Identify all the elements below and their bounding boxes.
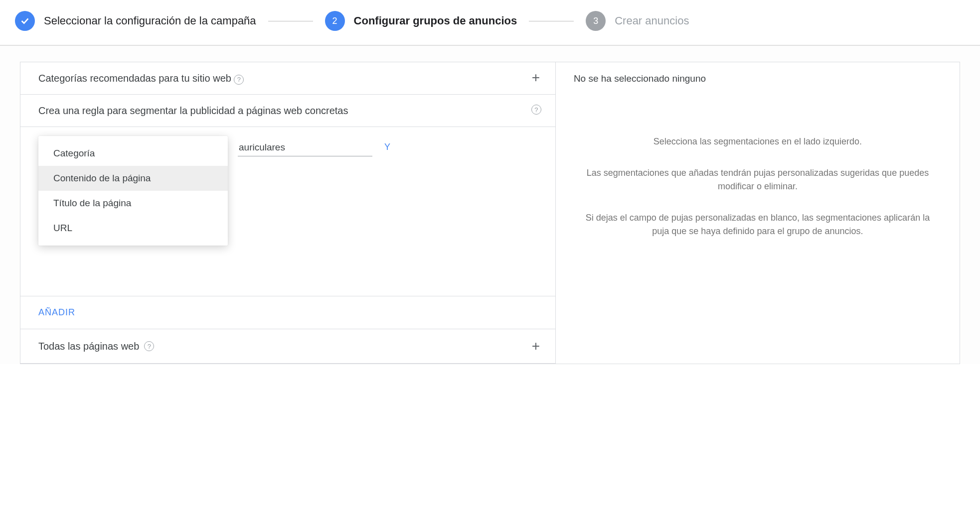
help-icon[interactable]: ? xyxy=(531,105,541,115)
step-separator xyxy=(268,21,313,21)
step-1-label: Seleccionar la configuración de la campa… xyxy=(44,14,256,27)
main-area: Categorías recomendadas para tu sitio we… xyxy=(0,45,980,364)
info-paragraph-3: Si dejas el campo de pujas personalizada… xyxy=(580,211,936,238)
all-pages-row[interactable]: Todas las páginas web ? + xyxy=(20,329,555,364)
add-rule-row: AÑADIR xyxy=(20,296,555,329)
step-3-number: 3 xyxy=(586,11,606,31)
help-icon[interactable]: ? xyxy=(144,341,154,351)
info-paragraph-1: Selecciona las segmentaciones en el lado… xyxy=(580,135,936,148)
plus-icon[interactable]: + xyxy=(530,72,541,83)
check-icon xyxy=(15,11,35,31)
stepper: Seleccionar la configuración de la campa… xyxy=(0,0,980,45)
step-3[interactable]: 3 Crear anuncios xyxy=(586,11,689,31)
left-column: Categorías recomendadas para tu sitio we… xyxy=(20,62,556,364)
step-2-number: 2 xyxy=(325,11,345,31)
step-2-label: Configurar grupos de anuncios xyxy=(354,14,517,27)
step-1[interactable]: Seleccionar la configuración de la campa… xyxy=(15,11,256,31)
recommended-categories-row[interactable]: Categorías recomendadas para tu sitio we… xyxy=(20,62,555,94)
rule-builder: Y Categoría Contenido de la página Títul… xyxy=(20,127,555,296)
dropdown-item-titulo[interactable]: Título de la página xyxy=(38,191,228,216)
rule-value-input[interactable] xyxy=(238,140,372,156)
create-rule-label: Crea una regla para segmentar la publici… xyxy=(38,105,348,116)
help-icon[interactable]: ? xyxy=(234,75,244,85)
plus-icon[interactable]: + xyxy=(530,341,541,352)
and-operator-button[interactable]: Y xyxy=(384,140,390,152)
dropdown-item-categoria[interactable]: Categoría xyxy=(38,141,228,166)
right-column: No se ha seleccionado ninguno Selecciona… xyxy=(556,62,960,364)
step-3-label: Crear anuncios xyxy=(615,14,689,27)
right-header: No se ha seleccionado ninguno xyxy=(556,62,960,95)
dropdown-item-url[interactable]: URL xyxy=(38,216,228,241)
info-paragraph-2: Las segmentaciones que añadas tendrán pu… xyxy=(580,166,936,193)
recommended-categories-label: Categorías recomendadas para tu sitio we… xyxy=(38,73,231,84)
all-pages-label: Todas las páginas web xyxy=(38,339,139,353)
rule-type-dropdown: Categoría Contenido de la página Título … xyxy=(38,136,228,246)
step-separator xyxy=(529,21,574,21)
add-button[interactable]: AÑADIR xyxy=(38,307,75,317)
right-info: Selecciona las segmentaciones en el lado… xyxy=(556,95,960,238)
create-rule-row: Crea una regla para segmentar la publici… xyxy=(20,94,555,127)
dropdown-item-contenido[interactable]: Contenido de la página xyxy=(38,166,228,191)
content-panel: Categorías recomendadas para tu sitio we… xyxy=(20,62,960,364)
step-2[interactable]: 2 Configurar grupos de anuncios xyxy=(325,11,517,31)
